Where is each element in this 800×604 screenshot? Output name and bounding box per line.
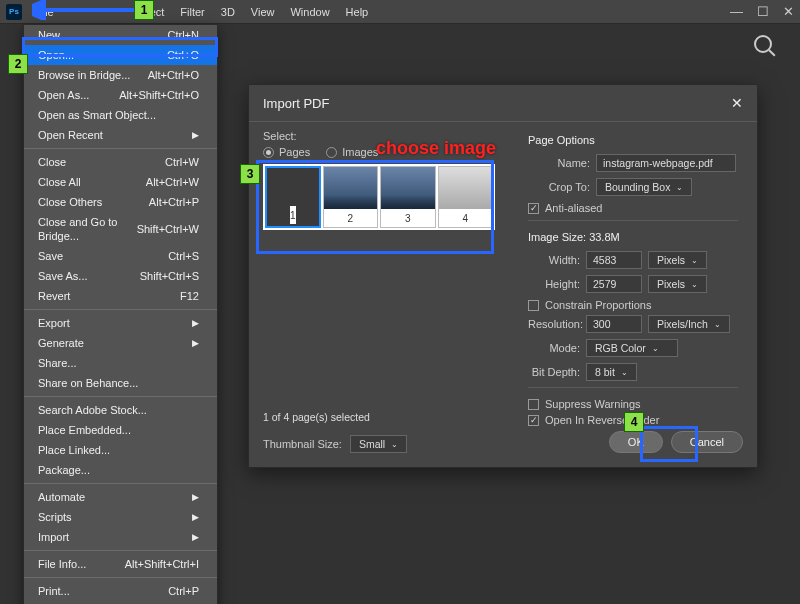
menu-package[interactable]: Package... [24,460,217,480]
annotation-choose-image: choose image [376,138,496,159]
checkbox-on-icon [528,415,539,426]
menu-file-info[interactable]: File Info...Alt+Shift+Ctrl+I [24,554,217,574]
height-unit-select[interactable]: Pixels⌄ [648,275,707,293]
app-logo: Ps [6,4,22,20]
close-window-icon[interactable]: ✕ [783,4,794,19]
crop-label: Crop To: [528,181,590,193]
width-unit-select[interactable]: Pixels⌄ [648,251,707,269]
height-input[interactable]: 2579 [586,275,642,293]
radio-on-icon [263,147,274,158]
resolution-input[interactable]: 300 [586,315,642,333]
menu-save[interactable]: SaveCtrl+S [24,246,217,266]
chevron-right-icon: ▶ [192,490,199,504]
cancel-button[interactable]: Cancel [671,431,743,453]
menu-open-smart[interactable]: Open as Smart Object... [24,105,217,125]
menu-place-embedded[interactable]: Place Embedded... [24,420,217,440]
dialog-close-icon[interactable]: ✕ [731,95,743,111]
menu-automate[interactable]: Automate▶ [24,487,217,507]
menu-share-behance[interactable]: Share on Behance... [24,373,217,393]
mode-select[interactable]: RGB Color⌄ [586,339,678,357]
separator [24,396,217,397]
menu-scripts[interactable]: Scripts▶ [24,507,217,527]
crop-select[interactable]: Bounding Box⌄ [596,178,692,196]
separator [24,309,217,310]
chevron-down-icon: ⌄ [714,320,721,329]
name-label: Name: [528,157,590,169]
chevron-right-icon: ▶ [192,336,199,350]
minimize-icon[interactable]: — [730,4,743,19]
import-pdf-dialog: Import PDF ✕ Select: Pages Images 1 2 3 … [248,84,758,468]
chevron-down-icon: ⌄ [621,368,628,377]
thumbnail-1[interactable]: 1 [265,166,321,228]
chevron-right-icon: ▶ [192,530,199,544]
annotation-step-3: 3 [240,164,260,184]
suppress-warnings-checkbox[interactable]: Suppress Warnings [528,398,738,410]
constrain-checkbox[interactable]: Constrain Proportions [528,299,738,311]
separator [24,148,217,149]
thumbnail-3[interactable]: 3 [380,166,435,228]
ok-button[interactable]: OK [609,431,663,453]
separator [24,483,217,484]
resolution-label: Resolution: [528,318,580,330]
checkbox-off-icon [528,300,539,311]
menu-3d[interactable]: 3D [213,0,243,24]
search-icon[interactable] [754,35,772,53]
menu-close-others[interactable]: Close OthersAlt+Ctrl+P [24,192,217,212]
annotation-step-1: 1 [134,0,154,20]
chevron-right-icon: ▶ [192,316,199,330]
menu-open-recent[interactable]: Open Recent▶ [24,125,217,145]
maximize-icon[interactable]: ☐ [757,4,769,19]
menu-help[interactable]: Help [338,0,377,24]
annotation-arrow [32,0,142,20]
menu-generate[interactable]: Generate▶ [24,333,217,353]
thumbnail-grid: 1 2 3 4 [263,164,495,230]
menu-browse-bridge[interactable]: Browse in Bridge...Alt+Ctrl+O [24,65,217,85]
separator [24,550,217,551]
image-size-header: Image Size: 33.8M [528,231,738,243]
menu-search-stock[interactable]: Search Adobe Stock... [24,400,217,420]
mode-label: Mode: [528,342,580,354]
chevron-down-icon: ⌄ [676,183,683,192]
annotation-step-2: 2 [8,54,28,74]
menu-open-as[interactable]: Open As...Alt+Shift+Ctrl+O [24,85,217,105]
name-input[interactable]: instagram-webpage.pdf [596,154,736,172]
chevron-down-icon: ⌄ [652,344,659,353]
menu-filter[interactable]: Filter [172,0,212,24]
thumbnail-2[interactable]: 2 [323,166,378,228]
menu-close-all[interactable]: Close AllAlt+Ctrl+W [24,172,217,192]
dialog-title: Import PDF [263,96,329,111]
width-input[interactable]: 4583 [586,251,642,269]
menu-export[interactable]: Export▶ [24,313,217,333]
chevron-down-icon: ⌄ [691,280,698,289]
window-controls: — ☐ ✕ [730,4,794,19]
radio-images[interactable]: Images [326,146,378,158]
bit-depth-label: Bit Depth: [528,366,580,378]
thumbnail-size-select[interactable]: Small⌄ [350,435,407,453]
thumbnail-4[interactable]: 4 [438,166,493,228]
radio-pages[interactable]: Pages [263,146,310,158]
chevron-down-icon: ⌄ [691,256,698,265]
menu-revert[interactable]: RevertF12 [24,286,217,306]
separator [528,387,738,388]
menu-window[interactable]: Window [282,0,337,24]
menu-share[interactable]: Share... [24,353,217,373]
menu-import[interactable]: Import▶ [24,527,217,547]
menu-place-linked[interactable]: Place Linked... [24,440,217,460]
menu-new[interactable]: New...Ctrl+N [24,25,217,45]
menu-save-as[interactable]: Save As...Shift+Ctrl+S [24,266,217,286]
resolution-unit-select[interactable]: Pixels/Inch⌄ [648,315,730,333]
menu-close[interactable]: CloseCtrl+W [24,152,217,172]
separator [528,220,738,221]
radio-off-icon [326,147,337,158]
anti-aliased-checkbox[interactable]: Anti-aliased [528,202,738,214]
menu-view[interactable]: View [243,0,283,24]
file-menu-dropdown: New...Ctrl+N Open...Ctrl+O Browse in Bri… [23,24,218,604]
menu-open[interactable]: Open...Ctrl+O [24,45,217,65]
chevron-right-icon: ▶ [192,510,199,524]
separator [24,577,217,578]
page-options-header: Page Options [528,134,738,146]
menu-close-bridge[interactable]: Close and Go to Bridge...Shift+Ctrl+W [24,212,217,246]
bit-depth-select[interactable]: 8 bit⌄ [586,363,637,381]
menu-print[interactable]: Print...Ctrl+P [24,581,217,601]
checkbox-on-icon [528,203,539,214]
